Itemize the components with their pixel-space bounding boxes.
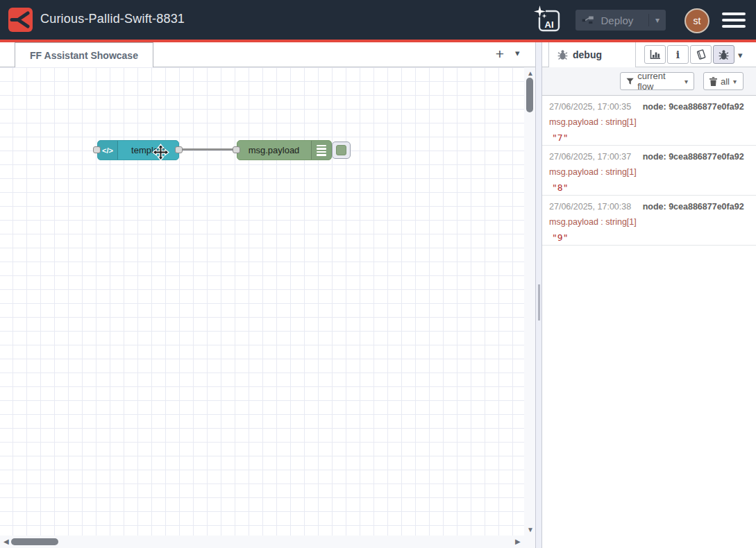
clear-caret-icon: ▾	[733, 78, 737, 85]
filter-label: current flow	[637, 71, 681, 92]
deploy-button[interactable]: Deploy ▾	[576, 10, 666, 31]
vertical-scroll-thumb[interactable]	[526, 78, 533, 112]
debug-message[interactable]: 27/06/2025, 17:00:35 node: 9cea886877e0f…	[542, 96, 756, 146]
scroll-left-icon[interactable]: ◀	[3, 538, 9, 545]
message-timestamp: 27/06/2025, 17:00:35	[549, 102, 631, 112]
ai-label: AI	[545, 19, 554, 30]
message-timestamp: 27/06/2025, 17:00:37	[549, 152, 631, 162]
template-output-port[interactable]	[175, 146, 183, 153]
bar-chart-icon	[650, 49, 661, 60]
node-label: template	[119, 141, 178, 160]
menu-bar	[722, 19, 746, 22]
filter-caret-icon: ▾	[684, 78, 688, 85]
debug-enable-toggle[interactable]	[332, 142, 351, 159]
node-label: msg.payload	[237, 141, 310, 160]
debug-clear-button[interactable]: all ▾	[703, 72, 744, 90]
menu-bar	[722, 25, 746, 28]
clear-label: all	[721, 76, 730, 87]
trash-icon	[709, 77, 717, 86]
sidebar-separator[interactable]	[535, 42, 542, 548]
sidebar-tabs-caret-icon[interactable]: ▾	[738, 50, 743, 60]
message-payload-path[interactable]: msg.payload : string[1]	[549, 117, 756, 127]
main-menu-icon[interactable]	[722, 12, 746, 28]
filter-funnel-icon	[626, 78, 634, 85]
book-icon	[695, 49, 707, 60]
help-button[interactable]	[690, 45, 712, 64]
dashboard-chart-button[interactable]	[644, 45, 666, 64]
flow-list-caret-icon[interactable]: ▾	[515, 48, 520, 58]
debug-messages-button[interactable]	[713, 45, 734, 64]
debug-filter-button[interactable]: current flow ▾	[620, 72, 694, 90]
bug-icon	[557, 49, 568, 60]
separator-grip	[538, 284, 540, 320]
flow-canvas[interactable]: </> template msg.payload	[0, 67, 524, 536]
deploy-caret-icon[interactable]: ▾	[649, 15, 666, 25]
move-cursor-icon	[152, 144, 169, 161]
debug-toolbar: current flow ▾ all ▾	[542, 67, 756, 96]
message-payload-path[interactable]: msg.payload : string[1]	[549, 217, 756, 227]
horizontal-scrollbar[interactable]: ◀ ▶	[0, 536, 535, 548]
avatar-initials: st	[694, 15, 701, 26]
ai-assistant-button[interactable]: AI	[534, 6, 563, 35]
message-node-id: node: 9cea886877e0fa92	[643, 152, 744, 162]
instance-title: Curious-Pallid-Swift-8831	[40, 12, 185, 26]
sidebar-tab-debug[interactable]: debug	[548, 42, 636, 67]
message-value: "8"	[549, 182, 756, 193]
scroll-right-icon[interactable]: ▶	[515, 538, 521, 545]
add-flow-button[interactable]: +	[490, 44, 510, 64]
user-avatar[interactable]: st	[684, 8, 709, 33]
template-input-port[interactable]	[93, 146, 101, 153]
message-value: "9"	[549, 232, 756, 243]
bug-icon	[719, 49, 729, 60]
template-icon-box: </>	[98, 141, 118, 160]
message-node-id: node: 9cea886877e0fa92	[643, 202, 744, 212]
node-debug[interactable]: msg.payload	[237, 140, 332, 160]
debug-list-icon	[311, 141, 331, 160]
message-node-id: node: 9cea886877e0fa92	[643, 102, 744, 112]
deploy-label: Deploy	[601, 15, 634, 26]
horizontal-scroll-thumb[interactable]	[11, 538, 58, 545]
scroll-down-icon[interactable]: ▼	[527, 526, 534, 533]
debug-toggle-inner	[336, 145, 346, 155]
app-header: Curious-Pallid-Swift-8831 AI Deploy ▾ st	[0, 0, 756, 40]
message-timestamp: 27/06/2025, 17:00:38	[549, 202, 631, 212]
sidebar-tab-label: debug	[573, 49, 602, 60]
flowfuse-logo-icon	[8, 8, 33, 32]
debug-message[interactable]: 27/06/2025, 17:00:38 node: 9cea886877e0f…	[542, 196, 756, 246]
workspace-tab[interactable]: FF Assistant Showcase	[15, 42, 153, 67]
workspace-tabbar: FF Assistant Showcase + ▾	[0, 42, 535, 67]
scroll-up-icon[interactable]: ▲	[527, 70, 534, 77]
info-button[interactable]: i	[667, 45, 689, 64]
wire[interactable]	[181, 148, 237, 151]
message-payload-path[interactable]: msg.payload : string[1]	[549, 167, 756, 177]
workspace-tab-label: FF Assistant Showcase	[30, 50, 138, 61]
sidebar: debug i	[542, 42, 756, 548]
debug-input-port[interactable]	[233, 146, 240, 153]
code-icon: </>	[102, 146, 113, 155]
deploy-icon	[582, 13, 594, 27]
message-value: "7"	[549, 132, 756, 143]
sidebar-header: debug i	[542, 42, 756, 67]
debug-message[interactable]: 27/06/2025, 17:00:37 node: 9cea886877e0f…	[542, 146, 756, 196]
vertical-scrollbar[interactable]: ▲ ▼	[524, 67, 535, 536]
info-icon: i	[676, 49, 680, 60]
menu-bar	[722, 12, 746, 15]
